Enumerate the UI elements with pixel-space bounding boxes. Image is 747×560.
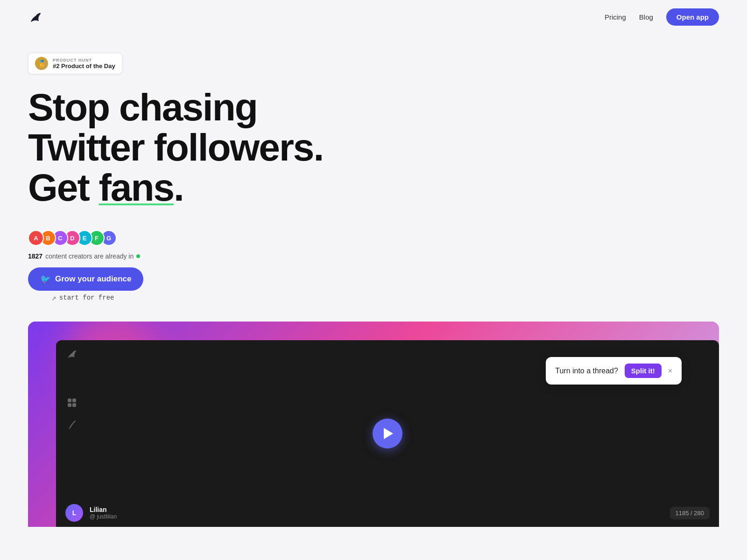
cta-block: A B C D E F G 1827 content creators are … xyxy=(28,230,719,303)
svg-rect-1 xyxy=(72,399,76,402)
sidebar-icons xyxy=(65,396,78,432)
start-free-text: start for free xyxy=(59,294,114,301)
bottom-bar: L Lilian @ justlilian 1185 / 280 xyxy=(56,499,719,527)
avatar-1: A xyxy=(28,230,44,246)
open-app-button[interactable]: Open app xyxy=(666,8,719,26)
split-it-button[interactable]: Split it! xyxy=(625,364,662,378)
creator-count: 1827 xyxy=(28,252,42,260)
nav-blog[interactable]: Blog xyxy=(639,13,653,21)
app-window: Turn into a thread? Split it! × xyxy=(56,340,719,527)
nav-links: Pricing Blog Open app xyxy=(605,8,719,26)
ph-badge-text: PRODUCT HUNT #2 Product of the Day xyxy=(53,58,115,70)
hero-section: 🏅 PRODUCT HUNT #2 Product of the Day Sto… xyxy=(0,34,747,303)
product-hunt-badge: 🏅 PRODUCT HUNT #2 Product of the Day xyxy=(28,53,122,74)
hero-heading: Stop chasing Twitter followers. Get fans… xyxy=(28,87,355,208)
social-proof-row: A B C D E F G xyxy=(28,230,117,248)
app-preview-section: Turn into a thread? Split it! × xyxy=(28,322,719,527)
start-free-hint: ↗ start for free xyxy=(51,293,114,303)
grow-btn-label: Grow your audience xyxy=(55,274,131,284)
ph-medal-icon: 🏅 xyxy=(35,57,48,70)
user-handle: @ justlilian xyxy=(90,513,117,520)
svg-rect-2 xyxy=(68,403,71,407)
play-button-container[interactable] xyxy=(373,419,402,448)
thread-toast: Turn into a thread? Split it! × xyxy=(546,357,682,385)
creator-count-text: content creators are already in xyxy=(45,252,134,260)
heading-line3-pre: Get xyxy=(28,166,99,209)
creator-count-row: 1827 content creators are already in xyxy=(28,252,140,260)
curve-arrow-icon: ↗ xyxy=(51,293,56,303)
heading-line3-post: . xyxy=(174,166,183,209)
heading-fans-word: fans xyxy=(99,166,174,209)
twitter-icon: 🐦 xyxy=(40,274,50,284)
user-avatar: L xyxy=(65,504,83,522)
user-info: Lilian @ justlilian xyxy=(90,506,117,520)
navbar: Pricing Blog Open app xyxy=(0,0,747,34)
grid-icon[interactable] xyxy=(65,396,78,409)
char-count-badge: 1185 / 280 xyxy=(670,507,710,519)
play-triangle-icon xyxy=(384,428,393,439)
heading-line2: Twitter followers. xyxy=(28,126,323,168)
ph-label: PRODUCT HUNT xyxy=(53,58,115,63)
svg-rect-0 xyxy=(68,399,71,402)
svg-rect-3 xyxy=(72,403,76,407)
live-indicator xyxy=(136,254,140,258)
ph-value: #2 Product of the Day xyxy=(53,63,115,70)
avatars-row: A B C D E F G xyxy=(28,230,117,246)
nav-pricing[interactable]: Pricing xyxy=(605,13,626,21)
heading-line1: Stop chasing xyxy=(28,86,257,128)
play-button[interactable] xyxy=(373,419,402,448)
user-name: Lilian xyxy=(90,506,117,513)
app-logo-in-window xyxy=(65,348,78,361)
logo[interactable] xyxy=(28,10,43,25)
feather-icon[interactable] xyxy=(65,419,78,432)
grow-audience-button[interactable]: 🐦 Grow your audience xyxy=(28,267,143,291)
toast-close-button[interactable]: × xyxy=(668,367,672,375)
toast-message: Turn into a thread? xyxy=(555,367,618,375)
